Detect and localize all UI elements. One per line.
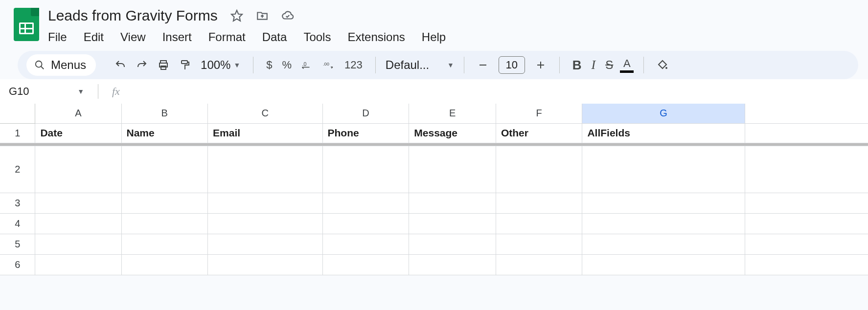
cell-D1[interactable]: Phone <box>322 123 409 143</box>
menu-edit[interactable]: Edit <box>84 30 104 44</box>
menu-file[interactable]: File <box>48 30 67 44</box>
cell-A6[interactable] <box>35 254 121 275</box>
cell-C4[interactable] <box>208 213 322 234</box>
cell-A5[interactable] <box>35 234 121 254</box>
cell-F1[interactable]: Other <box>496 123 582 143</box>
cell-B1[interactable]: Name <box>121 123 208 143</box>
row-header-6[interactable]: 6 <box>0 254 35 275</box>
text-color-button[interactable]: A <box>620 57 634 73</box>
spreadsheet-grid[interactable]: A B C D E F G 1 Date Name Email Phone Me… <box>0 104 868 275</box>
cell-B3[interactable] <box>121 193 208 213</box>
cell-C3[interactable] <box>208 193 322 213</box>
cell-H3[interactable] <box>745 193 868 213</box>
cell-D5[interactable] <box>322 234 409 254</box>
menus-search-button[interactable]: Menus <box>26 54 96 76</box>
fill-color-button[interactable] <box>654 56 671 74</box>
column-header-D[interactable]: D <box>322 104 409 123</box>
select-all-corner[interactable] <box>0 104 35 123</box>
menu-extensions[interactable]: Extensions <box>347 30 405 44</box>
cell-A4[interactable] <box>35 213 121 234</box>
column-header-G[interactable]: G <box>582 104 745 123</box>
cell-B6[interactable] <box>121 254 208 275</box>
cell-C5[interactable] <box>208 234 322 254</box>
cell-G6[interactable] <box>582 254 745 275</box>
cell-B5[interactable] <box>121 234 208 254</box>
print-button[interactable] <box>155 56 172 74</box>
row-header-5[interactable]: 5 <box>0 234 35 254</box>
cell-H4[interactable] <box>745 213 868 234</box>
cell-E3[interactable] <box>409 193 496 213</box>
column-header-B[interactable]: B <box>121 104 208 123</box>
cell-B2[interactable] <box>121 146 208 193</box>
currency-button[interactable]: $ <box>263 59 275 71</box>
menu-help[interactable]: Help <box>422 30 446 44</box>
row-header-1[interactable]: 1 <box>0 123 35 143</box>
menu-view[interactable]: View <box>120 30 146 44</box>
sheets-logo[interactable] <box>14 8 39 41</box>
undo-button[interactable] <box>112 56 129 74</box>
cell-A1[interactable]: Date <box>35 123 121 143</box>
cell-E1[interactable]: Message <box>409 123 496 143</box>
strikethrough-button[interactable]: S <box>602 58 616 72</box>
cell-H1[interactable] <box>745 123 868 143</box>
cloud-status-icon[interactable] <box>281 9 294 22</box>
row-header-3[interactable]: 3 <box>0 193 35 213</box>
redo-button[interactable] <box>133 56 151 74</box>
row-header-2[interactable]: 2 <box>0 146 35 193</box>
text-color-swatch <box>620 70 634 73</box>
cell-D2[interactable] <box>322 146 409 193</box>
font-size-input[interactable]: 10 <box>499 56 525 74</box>
cell-G1[interactable]: AllFields <box>582 123 745 143</box>
cell-G5[interactable] <box>582 234 745 254</box>
italic-button[interactable]: I <box>589 58 599 72</box>
cell-G3[interactable] <box>582 193 745 213</box>
name-box[interactable]: G10 ▼ <box>6 85 84 98</box>
cell-B4[interactable] <box>121 213 208 234</box>
decrease-font-size-button[interactable] <box>474 56 492 74</box>
cell-H6[interactable] <box>745 254 868 275</box>
row-header-4[interactable]: 4 <box>0 213 35 234</box>
cell-G2[interactable] <box>582 146 745 193</box>
document-title[interactable]: Leads from Gravity Forms <box>46 6 220 25</box>
cell-C1[interactable]: Email <box>208 123 322 143</box>
menu-tools[interactable]: Tools <box>303 30 331 44</box>
cell-F3[interactable] <box>496 193 582 213</box>
decrease-decimal-button[interactable]: .0 <box>298 56 316 74</box>
increase-decimal-button[interactable]: .00 <box>320 56 338 74</box>
bold-button[interactable]: B <box>570 58 585 73</box>
increase-font-size-button[interactable] <box>532 56 549 74</box>
cell-A2[interactable] <box>35 146 121 193</box>
menu-format[interactable]: Format <box>208 30 246 44</box>
cell-H5[interactable] <box>745 234 868 254</box>
font-family-select[interactable]: Defaul... ▼ <box>386 58 454 72</box>
cell-F2[interactable] <box>496 146 582 193</box>
menu-insert[interactable]: Insert <box>162 30 192 44</box>
more-formats-button[interactable]: 123 <box>342 59 365 71</box>
cell-C2[interactable] <box>208 146 322 193</box>
cell-D3[interactable] <box>322 193 409 213</box>
percent-button[interactable]: % <box>279 59 295 71</box>
cell-F6[interactable] <box>496 254 582 275</box>
column-header-cutoff[interactable] <box>745 104 868 123</box>
cell-D6[interactable] <box>322 254 409 275</box>
menu-data[interactable]: Data <box>262 30 287 44</box>
cell-E5[interactable] <box>409 234 496 254</box>
cell-D4[interactable] <box>322 213 409 234</box>
star-icon[interactable] <box>230 9 243 22</box>
zoom-select[interactable]: 100% ▼ <box>198 58 243 72</box>
cell-F5[interactable] <box>496 234 582 254</box>
cell-H2[interactable] <box>745 146 868 193</box>
paint-format-button[interactable] <box>176 56 194 74</box>
column-header-E[interactable]: E <box>409 104 496 123</box>
cell-E2[interactable] <box>409 146 496 193</box>
cell-E4[interactable] <box>409 213 496 234</box>
cell-E6[interactable] <box>409 254 496 275</box>
cell-F4[interactable] <box>496 213 582 234</box>
column-header-A[interactable]: A <box>35 104 121 123</box>
column-header-F[interactable]: F <box>496 104 582 123</box>
cell-G4[interactable] <box>582 213 745 234</box>
cell-C6[interactable] <box>208 254 322 275</box>
column-header-C[interactable]: C <box>208 104 322 123</box>
cell-A3[interactable] <box>35 193 121 213</box>
move-icon[interactable] <box>256 9 269 22</box>
